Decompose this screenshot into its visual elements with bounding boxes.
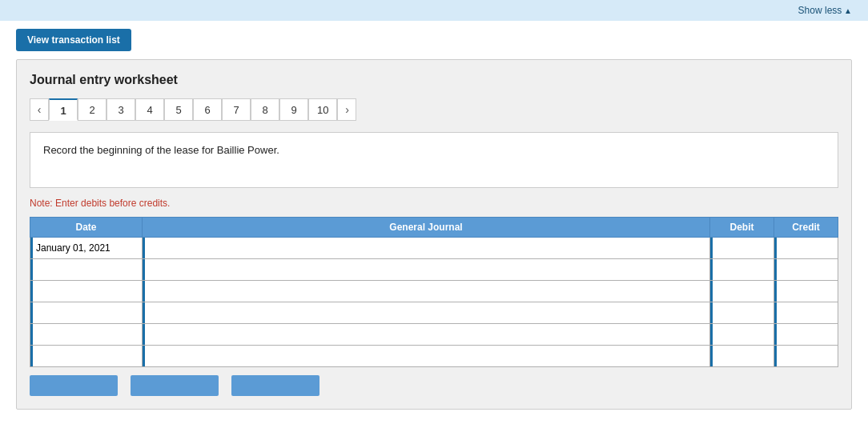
debit-cell-1 (710, 238, 774, 259)
credit-input-2[interactable] (777, 259, 838, 280)
col-header-credit: Credit (774, 218, 838, 238)
debit-cell-4 (710, 302, 774, 324)
show-less-link[interactable]: Show less (798, 5, 852, 16)
instruction-text: Record the beginning of the lease for Ba… (43, 144, 279, 156)
gj-cell-5 (143, 324, 710, 346)
date-input-4[interactable] (33, 302, 142, 323)
pagination-bar: ‹ Prev 2 of 3 Next › (0, 426, 868, 432)
date-cell-5 (30, 324, 143, 346)
credit-cell-4 (774, 302, 838, 324)
gj-cell-3 (143, 281, 710, 302)
credit-cell-5 (774, 324, 838, 346)
debit-input-6[interactable] (713, 346, 774, 366)
tab-3[interactable]: 3 (106, 98, 135, 121)
table-row (30, 281, 838, 302)
date-cell-3 (30, 281, 143, 302)
date-input-1[interactable] (33, 238, 142, 258)
date-input-5[interactable] (33, 324, 142, 345)
gj-cell-6 (143, 346, 710, 367)
table-row (30, 346, 838, 367)
tab-10[interactable]: 10 (308, 98, 337, 121)
date-cell-1 (30, 238, 143, 259)
col-header-gj: General Journal (143, 218, 710, 238)
gj-input-2[interactable] (145, 259, 709, 280)
debit-input-2[interactable] (713, 259, 774, 280)
debit-cell-5 (710, 324, 774, 346)
date-cell-6 (30, 346, 143, 367)
debit-cell-6 (710, 346, 774, 367)
instruction-box: Record the beginning of the lease for Ba… (30, 132, 838, 188)
date-input-6[interactable] (33, 346, 142, 366)
worksheet-title: Journal entry worksheet (30, 73, 838, 87)
tab-prev-arrow[interactable]: ‹ (30, 98, 49, 121)
table-row (30, 238, 838, 259)
gj-input-1[interactable] (145, 238, 709, 258)
tab-6[interactable]: 6 (193, 98, 222, 121)
credit-input-4[interactable] (777, 302, 838, 323)
credit-cell-3 (774, 281, 838, 302)
credit-input-5[interactable] (777, 324, 838, 345)
gj-input-5[interactable] (145, 324, 709, 345)
tab-1[interactable]: 1 (49, 98, 78, 121)
journal-table: Date General Journal Debit Credit (30, 217, 838, 367)
debit-input-3[interactable] (713, 281, 774, 302)
debit-input-1[interactable] (713, 238, 774, 258)
gj-input-3[interactable] (145, 281, 709, 302)
bottom-buttons (30, 375, 838, 396)
bottom-btn-2[interactable] (131, 375, 219, 396)
debit-input-4[interactable] (713, 302, 774, 323)
tab-8[interactable]: 8 (251, 98, 279, 121)
table-row (30, 302, 838, 324)
date-cell-2 (30, 259, 143, 281)
col-header-date: Date (30, 218, 143, 238)
bottom-btn-1[interactable] (30, 375, 118, 396)
gj-input-4[interactable] (145, 302, 709, 323)
tab-9[interactable]: 9 (279, 98, 308, 121)
top-bar: Show less (0, 0, 868, 21)
tab-7[interactable]: 7 (222, 98, 251, 121)
debit-cell-2 (710, 259, 774, 281)
gj-cell-4 (143, 302, 710, 324)
bottom-btn-3[interactable] (231, 375, 319, 396)
credit-input-6[interactable] (777, 346, 838, 366)
table-row (30, 324, 838, 346)
gj-input-6[interactable] (145, 346, 709, 366)
credit-cell-1 (774, 238, 838, 259)
date-cell-4 (30, 302, 143, 324)
credit-input-1[interactable] (777, 238, 838, 258)
gj-cell-2 (143, 259, 710, 281)
tab-navigation: ‹ 1 2 3 4 5 6 7 8 9 10 › (30, 98, 838, 121)
table-row (30, 259, 838, 281)
tab-4[interactable]: 4 (135, 98, 164, 121)
toolbar: View transaction list (0, 21, 868, 59)
credit-cell-6 (774, 346, 838, 367)
debit-input-5[interactable] (713, 324, 774, 345)
tab-2[interactable]: 2 (78, 98, 106, 121)
col-header-debit: Debit (710, 218, 774, 238)
tab-next-arrow[interactable]: › (337, 98, 356, 121)
note-text: Note: Enter debits before credits. (30, 198, 838, 209)
credit-input-3[interactable] (777, 281, 838, 302)
date-input-3[interactable] (33, 281, 142, 302)
date-input-2[interactable] (33, 259, 142, 280)
view-transaction-button[interactable]: View transaction list (16, 29, 131, 51)
debit-cell-3 (710, 281, 774, 302)
worksheet-container: Journal entry worksheet ‹ 1 2 3 4 5 6 7 … (16, 59, 852, 410)
tab-5[interactable]: 5 (164, 98, 193, 121)
gj-cell-1 (143, 238, 710, 259)
credit-cell-2 (774, 259, 838, 281)
